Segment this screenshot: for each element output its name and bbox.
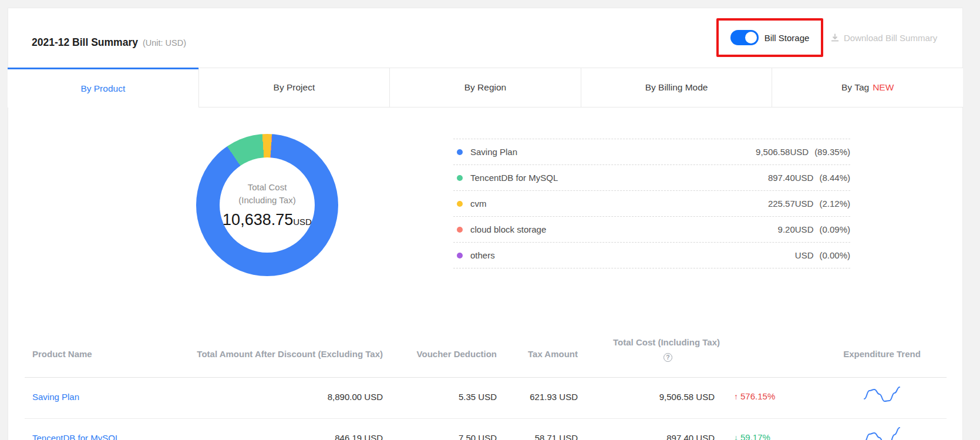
annotation-red-box: Bill Storage xyxy=(716,18,823,57)
legend-label: cvm xyxy=(470,199,487,209)
expenditure-sparkline xyxy=(863,386,901,405)
legend-value: USD xyxy=(795,250,814,260)
including-tax-label: (Including Tax) xyxy=(238,194,295,207)
legend-label: TencentDB for MySQL xyxy=(470,173,558,183)
legend-item-cloud-block-storage[interactable]: cloud block storage 9.20USD (0.09%) xyxy=(453,217,850,243)
tab-label: By Billing Mode xyxy=(645,82,708,93)
trend-value: 576.15% xyxy=(740,391,775,401)
tax-cell: 58.71 USD xyxy=(496,433,578,440)
legend-percent: (8.44%) xyxy=(819,173,850,183)
toggle-knob-icon xyxy=(745,32,757,43)
tax-cell: 621.93 USD xyxy=(496,392,578,402)
trend-down-icon: ↓ xyxy=(734,433,738,440)
tab-bar: By Product By Project By Region By Billi… xyxy=(8,68,963,108)
table-header-divider xyxy=(25,377,947,378)
voucher-cell: 5.35 USD xyxy=(379,392,497,402)
color-dot-icon xyxy=(457,175,463,181)
legend-value: 897.40USD xyxy=(768,173,814,183)
tab-by-region[interactable]: By Region xyxy=(389,68,581,108)
tab-by-project[interactable]: By Project xyxy=(198,68,390,108)
download-bill-summary-button[interactable]: Download Bill Summary xyxy=(830,30,937,45)
unit-label: (Unit: USD) xyxy=(143,38,186,48)
legend-percent: (2.12%) xyxy=(819,199,850,209)
bill-storage-label: Bill Storage xyxy=(765,33,810,43)
page-background: 2021-12 Bill Summary(Unit: USD) Bill Sto… xyxy=(0,0,980,440)
color-dot-icon xyxy=(457,149,463,155)
color-dot-icon xyxy=(457,227,463,233)
total-cost-cell: 9,506.58 USD xyxy=(597,392,715,402)
legend-value: 9.20USD xyxy=(778,224,814,234)
total-cost-cell: 897.40 USD xyxy=(597,433,715,440)
product-link[interactable]: Saving Plan xyxy=(32,392,79,402)
amount-cell: 846.19 USD xyxy=(148,433,383,440)
bill-summary-title: 2021-12 Bill Summary xyxy=(32,36,138,48)
chart-legend: Saving Plan 9,506.58USD (89.35%) Tencent… xyxy=(453,139,850,268)
legend-label: cloud block storage xyxy=(470,224,546,234)
legend-percent: (89.35%) xyxy=(814,147,850,157)
tab-by-tag[interactable]: By TagNEW xyxy=(772,68,963,108)
total-cost-currency: USD xyxy=(293,217,312,227)
legend-label: others xyxy=(470,250,495,260)
tab-by-billing-mode[interactable]: By Billing Mode xyxy=(581,68,772,108)
col-header-tax-amount: Tax Amount xyxy=(496,349,578,359)
trend-percent: ↑ 576.15% xyxy=(734,391,775,401)
color-dot-icon xyxy=(457,253,463,258)
tab-by-product[interactable]: By Product xyxy=(8,68,198,108)
col-header-amount-after-discount: Total Amount After Discount (Excluding T… xyxy=(148,349,383,359)
product-link[interactable]: TencentDB for MySQL xyxy=(32,433,120,440)
col-header-expenditure-trend: Expenditure Trend xyxy=(823,349,941,359)
legend-percent: (0.00%) xyxy=(819,250,850,260)
legend-value: 225.57USD xyxy=(768,199,814,209)
donut-center-label: Total Cost (Including Tax) 10,638.75 USD xyxy=(196,134,338,276)
tab-label: By Product xyxy=(80,83,125,94)
trend-value: 59.17% xyxy=(740,432,770,440)
amount-cell: 8,890.00 USD xyxy=(148,392,383,402)
col-header-product-name: Product Name xyxy=(32,349,92,359)
legend-label: Saving Plan xyxy=(470,147,517,157)
col-header-total-cost: Total Cost (Including Tax)? xyxy=(611,336,722,362)
legend-item-cvm[interactable]: cvm 225.57USD (2.12%) xyxy=(453,191,850,217)
legend-item-saving-plan[interactable]: Saving Plan 9,506.58USD (89.35%) xyxy=(453,139,850,165)
legend-item-others[interactable]: others USD (0.00%) xyxy=(453,243,850,268)
table-row-divider xyxy=(25,418,947,419)
total-cost-value: 10,638.75 xyxy=(223,211,293,229)
tab-label: By Region xyxy=(464,82,507,93)
donut-chart: Total Cost (Including Tax) 10,638.75 USD xyxy=(196,134,338,276)
page-title: 2021-12 Bill Summary(Unit: USD) xyxy=(32,36,186,49)
help-icon[interactable]: ? xyxy=(664,353,672,362)
tab-label: By Tag xyxy=(841,82,869,93)
legend-percent: (0.09%) xyxy=(819,224,850,234)
total-cost-header-text: Total Cost (Including Tax) xyxy=(613,337,720,347)
trend-up-icon: ↑ xyxy=(734,392,738,401)
total-cost-label: Total Cost xyxy=(248,181,287,194)
new-badge: NEW xyxy=(873,82,894,93)
color-dot-icon xyxy=(457,201,463,207)
voucher-cell: 7.50 USD xyxy=(379,433,497,440)
col-header-voucher-deduction: Voucher Deduction xyxy=(379,349,497,359)
download-icon xyxy=(830,33,840,42)
download-label: Download Bill Summary xyxy=(844,33,937,43)
bill-storage-toggle[interactable] xyxy=(730,30,759,45)
legend-value: 9,506.58USD xyxy=(756,147,809,157)
legend-item-tencentdb[interactable]: TencentDB for MySQL 897.40USD (8.44%) xyxy=(453,165,850,191)
tab-label: By Project xyxy=(274,82,315,93)
expenditure-sparkline xyxy=(863,427,901,440)
trend-percent: ↓ 59.17% xyxy=(734,432,770,440)
